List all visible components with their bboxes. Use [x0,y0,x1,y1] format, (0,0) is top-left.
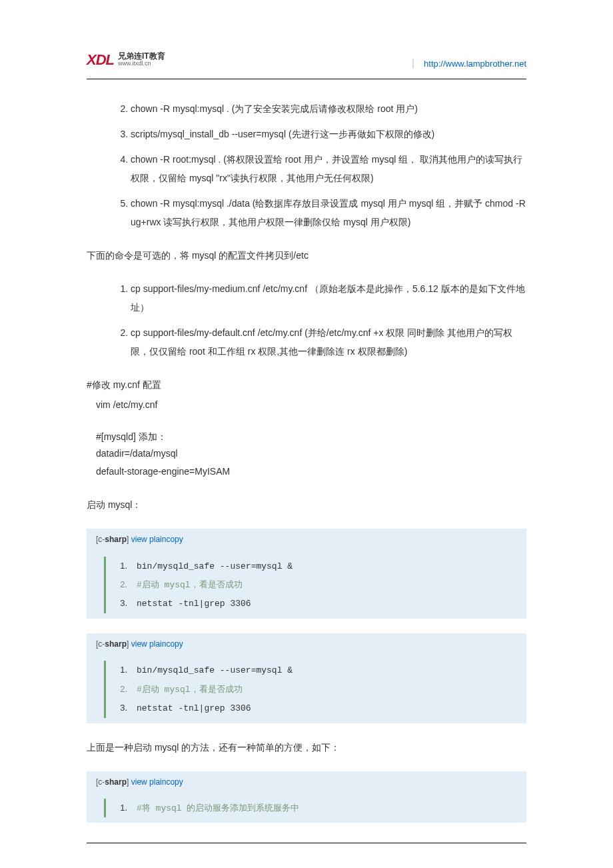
code-block-3: 1.#将 mysql 的启动服务添加到系统服务中 [87,793,526,823]
code-lang-label: [c-sharp] [96,777,129,787]
footer-divider [87,843,526,843]
simpler-method-para: 上面是一种启动 mysql 的方法，还有一种简单的方便，如下： [87,738,526,757]
logo-mark: XDL [87,47,114,73]
edit-config-comment: #修改 my.cnf 配置 [87,375,526,394]
start-mysql-heading: 启动 mysql： [87,495,526,514]
code-header: [c-sharp] view plaincopy [87,529,526,551]
datadir-line: datadir=/data/mysql [87,445,526,462]
view-plain-copy-link[interactable]: view plaincopy [131,535,183,544]
code-block-1: 1.bin/mysqld_safe --user=mysql & 2.#启动 m… [87,551,526,619]
code-line: 2.#启动 mysql，看是否成功 [104,680,526,699]
code-line: 1.bin/mysqld_safe --user=mysql & [104,661,526,679]
copy-config-list: cp support-files/my-medium.cnf /etc/my.c… [87,279,526,361]
code-line: 3.netstat -tnl|grep 3306 [104,699,526,717]
list-item: scripts/mysql_install_db --user=mysql (先… [131,125,526,143]
view-plain-copy-link[interactable]: view plaincopy [131,777,183,787]
list-item: chown -R mysql:mysql ./data (给数据库存放目录设置成… [131,194,526,231]
install-steps-list: chown -R mysql:mysql . (为了安全安装完成后请修改权限给 … [87,99,526,231]
logo-small-url: www.itxdl.cn [118,61,165,67]
header-link[interactable]: http://www.lampbrother.net [424,59,526,69]
list-item: chown -R root:mysql . (将权限设置给 root 用户，并设… [131,150,526,187]
code-header: [c-sharp] view plaincopy [87,633,526,656]
code-line: 1.bin/mysqld_safe --user=mysql & [104,557,526,575]
logo: XDL 兄弟连IT教育 www.itxdl.cn [87,47,165,73]
vim-command: vim /etc/my.cnf [87,395,526,414]
engine-line: default-storage-engine=MyISAM [87,462,526,481]
code-block-2: 1.bin/mysqld_safe --user=mysql & 2.#启动 m… [87,655,526,723]
code-header: [c-sharp] view plaincopy [87,771,526,794]
code-line: 3.netstat -tnl|grep 3306 [104,594,526,613]
code-lang-label: [c-sharp] [96,639,129,649]
page-header: XDL 兄弟连IT教育 www.itxdl.cn | http://www.la… [87,47,526,79]
code-line: 2.#启动 mysql，看是否成功 [104,575,526,594]
mysqld-add-comment: #[mysqld] 添加： [87,429,526,445]
header-separator: | [412,57,414,69]
list-item: cp support-files/my-default.cnf /etc/my.… [131,323,526,361]
optional-commands-para: 下面的命令是可选的，将 mysql 的配置文件拷贝到/etc [87,246,526,265]
list-item: chown -R mysql:mysql . (为了安全安装完成后请修改权限给 … [131,99,526,118]
view-plain-copy-link[interactable]: view plaincopy [131,639,183,649]
code-lang-label: [c-sharp] [96,535,129,544]
list-item: cp support-files/my-medium.cnf /etc/my.c… [131,279,526,317]
code-line: 1.#将 mysql 的启动服务添加到系统服务中 [104,799,526,817]
